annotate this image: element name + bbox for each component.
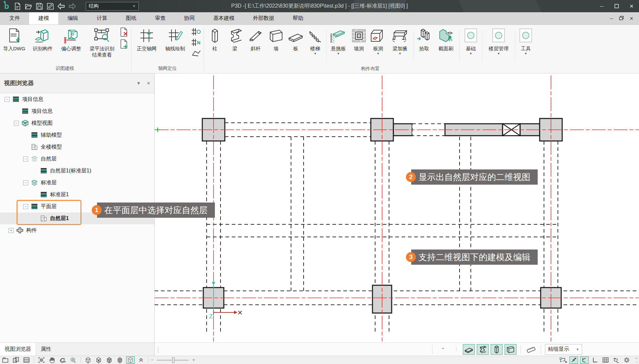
- pan-icon[interactable]: [48, 356, 56, 364]
- measure-button[interactable]: [525, 344, 537, 355]
- brace-button[interactable]: 斜杆: [245, 27, 266, 52]
- wireframe-style-icon[interactable]: [84, 356, 92, 364]
- mdi-close-button[interactable]: ✕: [626, 16, 636, 21]
- orbit-icon[interactable]: [58, 356, 67, 364]
- expand-styles-icon[interactable]: [137, 356, 145, 364]
- show-slab-toggle[interactable]: [463, 344, 475, 355]
- shaded-style-icon[interactable]: [116, 356, 124, 364]
- polyline-icon[interactable]: [191, 49, 201, 57]
- polar-tracking-icon[interactable]: [580, 356, 589, 364]
- hidden-line-style-icon[interactable]: [94, 356, 103, 364]
- slab-button[interactable]: 板: [286, 27, 305, 52]
- tree-item-model-view[interactable]: − 模型视图: [0, 117, 154, 129]
- tree-item-members[interactable]: + 构件: [0, 224, 154, 236]
- floor-manager-button[interactable]: 楼层管理 ▼: [483, 27, 514, 55]
- ucs-icon[interactable]: [612, 356, 620, 364]
- tree-item-aux-model[interactable]: − 辅助模型: [0, 129, 154, 141]
- minimize-button[interactable]: ─: [594, 0, 609, 12]
- grid-display-icon[interactable]: [601, 356, 610, 364]
- mode-select-dropdown[interactable]: 结构 ▼: [86, 2, 139, 11]
- beam-haunch-button[interactable]: 梁加腋 ▼: [388, 27, 412, 55]
- tree-item-standard-floor-1[interactable]: − 标准层1: [0, 189, 154, 201]
- zoom-window-icon[interactable]: [69, 356, 77, 364]
- tab-collab[interactable]: 协同: [175, 12, 204, 24]
- zoom-out-button[interactable]: −: [151, 357, 154, 363]
- tools-button[interactable]: 工具 ▼: [516, 27, 535, 55]
- stair-button[interactable]: 楼梯 ▼: [305, 27, 325, 55]
- import-dwg-button[interactable]: DWG 导入DWG: [0, 27, 28, 52]
- shaded-edges-style-icon[interactable]: [105, 356, 114, 364]
- collapse-icon[interactable]: −: [14, 121, 19, 126]
- axis-number-icon[interactable]: N: [191, 38, 201, 47]
- panel-close-icon[interactable]: ✕: [147, 81, 150, 86]
- tab-basic-modeling[interactable]: 基本建模: [204, 12, 244, 24]
- zoom-in-button[interactable]: +: [192, 357, 195, 363]
- cantilever-slab-button[interactable]: 悬挑板 ▼: [327, 27, 349, 55]
- white-mode-style-icon[interactable]: [126, 356, 135, 364]
- undo-icon[interactable]: [57, 2, 66, 11]
- tab-calc[interactable]: 计算: [87, 12, 117, 24]
- panel-dropdown-icon[interactable]: ▼: [136, 81, 141, 86]
- slab-hole-button[interactable]: 板洞 ▼: [369, 27, 388, 55]
- collapse-icon[interactable]: −: [23, 204, 28, 209]
- tab-review[interactable]: 审查: [146, 12, 175, 24]
- tab-properties[interactable]: 属性: [36, 343, 56, 356]
- show-beam-toggle[interactable]: [477, 344, 489, 355]
- tab-file[interactable]: 文件: [0, 12, 29, 24]
- tab-edit[interactable]: 编辑: [58, 12, 87, 24]
- axis-circle-icon[interactable]: [191, 27, 201, 36]
- foundation-button[interactable]: 基础 ▼: [461, 27, 481, 55]
- tree-item-project-info[interactable]: − 项目信息: [0, 105, 154, 117]
- cascade-windows-icon[interactable]: [12, 356, 20, 364]
- tab-drawing[interactable]: 图纸: [117, 12, 146, 24]
- eccentric-adjust-button[interactable]: 偏心调整: [57, 27, 85, 52]
- save-icon[interactable]: [35, 2, 44, 11]
- zoom-slider[interactable]: [157, 360, 189, 361]
- append-dwg-icon[interactable]: [120, 39, 128, 49]
- plan-view-canvas[interactable]: Z ✕: [155, 73, 639, 342]
- tab-view-browser[interactable]: 视图浏览器: [0, 343, 36, 356]
- mdi-minimize-button[interactable]: ─: [607, 16, 616, 21]
- close-button[interactable]: ✕: [624, 0, 639, 12]
- tile-windows-icon[interactable]: [22, 356, 31, 364]
- zoom-extents-icon[interactable]: [37, 356, 46, 364]
- unload-dwg-icon[interactable]: [120, 27, 128, 37]
- pick-button[interactable]: 拾取: [415, 27, 434, 52]
- tree-item-standard-floor-group[interactable]: − 标准层: [0, 177, 154, 189]
- tree-item-whole-building[interactable]: − 全楼模型: [0, 141, 154, 153]
- ortho-mode-icon[interactable]: [591, 356, 599, 364]
- toolbar-drag-dots[interactable]: ⋮: [454, 348, 458, 350]
- settings-gear-icon[interactable]: [622, 356, 631, 364]
- display-mode-dropdown[interactable]: 精细显示 ▼: [545, 344, 582, 355]
- tab-help[interactable]: 帮助: [283, 12, 313, 24]
- ortho-grid-button[interactable]: 正交轴网: [133, 27, 161, 52]
- new-viewport-icon[interactable]: [1, 356, 10, 364]
- save-as-icon[interactable]: [46, 2, 55, 11]
- beam-button[interactable]: 梁: [224, 27, 245, 52]
- show-wall-toggle[interactable]: [505, 344, 516, 355]
- maximize-button[interactable]: [609, 0, 624, 12]
- tree-item-natural-floor-group[interactable]: − 自然层: [0, 153, 154, 165]
- column-button[interactable]: 柱: [205, 27, 224, 52]
- collapse-icon[interactable]: −: [23, 157, 28, 161]
- toolbar-grip-handle[interactable]: ⋮⋮: [156, 346, 160, 352]
- object-snap-icon[interactable]: [569, 356, 578, 364]
- recognize-member-button[interactable]: 识别构件: [28, 27, 57, 52]
- collapse-icon[interactable]: −: [23, 180, 28, 185]
- tab-external-data[interactable]: 外部数据: [244, 12, 283, 24]
- tree-item-project-info-root[interactable]: − 项目信息: [0, 93, 154, 105]
- axis-draw-button[interactable]: 轴线绘制: [161, 27, 190, 52]
- zoom-slider-knob[interactable]: [172, 357, 174, 363]
- expand-icon[interactable]: +: [9, 228, 14, 233]
- tab-modeling[interactable]: 建模: [29, 12, 58, 24]
- selection-mode-icon[interactable]: [559, 356, 567, 364]
- resize-grip[interactable]: ▪▪ ▪: [635, 356, 638, 364]
- mdi-restore-button[interactable]: [616, 16, 626, 21]
- beam-review-button[interactable]: 梁平法识别 结果查看: [85, 27, 119, 58]
- collapse-toolbar-button[interactable]: ⌃: [436, 344, 450, 354]
- section-brush-button[interactable]: 截面刷: [434, 27, 458, 52]
- collapse-icon[interactable]: −: [5, 97, 10, 102]
- new-file-icon[interactable]: [13, 2, 22, 11]
- open-file-icon[interactable]: [24, 2, 33, 11]
- show-column-toggle[interactable]: [491, 344, 503, 355]
